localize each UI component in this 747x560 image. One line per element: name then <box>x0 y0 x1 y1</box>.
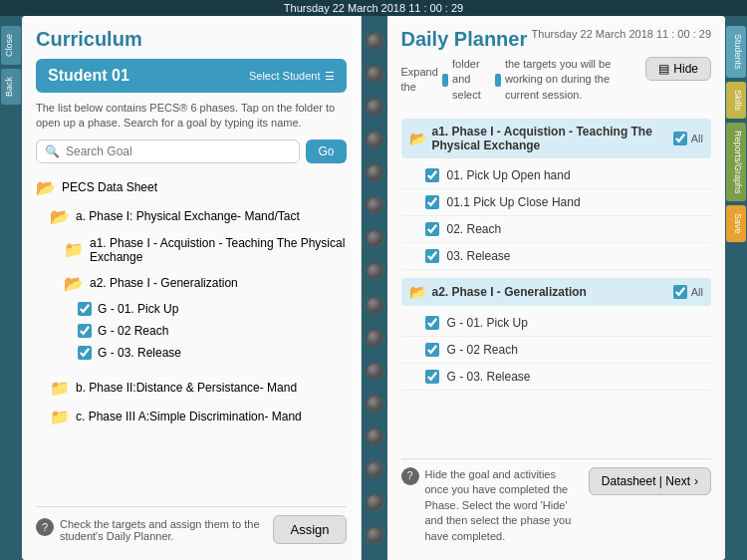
goal-g02: G - 02 Reach <box>36 320 347 342</box>
skills-tab[interactable]: Skills <box>726 82 746 119</box>
goal-g02-checkbox[interactable] <box>78 324 92 338</box>
goal-a1-01-checkbox[interactable] <box>425 168 439 182</box>
phase-a-label: a. Phase I: Physical Exchange- Mand/Tact <box>76 209 300 223</box>
phase-a2-folder[interactable]: 📂 a2. Phase I - Generalization <box>36 269 347 298</box>
target-checkbox-icon <box>495 74 501 87</box>
goal-g02-label: G - 02 Reach <box>98 324 168 338</box>
phase-a-folder[interactable]: 📂 a. Phase I: Physical Exchange- Mand/Ta… <box>36 202 347 231</box>
help-icon-right: ? <box>401 467 419 485</box>
assign-button[interactable]: Assign <box>273 515 346 544</box>
ring-5 <box>366 163 383 181</box>
folder-closed-icon-c: 📁 <box>50 408 70 426</box>
curriculum-title: Curriculum <box>36 28 347 51</box>
goal-a2-g01: G - 01. Pick Up <box>401 310 712 337</box>
menu-icon: ☰ <box>325 70 335 83</box>
folder-closed-icon-b: 📁 <box>50 379 70 398</box>
planner-phase-label-a2: a2. Phase I - Generalization <box>432 285 667 299</box>
goal-a2-g02: G - 02 Reach <box>401 337 712 364</box>
planner-list: 📂 a1. Phase I - Acquistion - Teaching Th… <box>401 119 712 458</box>
goal-a1-01: 01. Pick Up Open hand <box>401 162 712 189</box>
ring-13 <box>366 427 383 445</box>
goal-a1-02-checkbox[interactable] <box>425 222 439 236</box>
expand-text-1: Expand the <box>401 65 438 96</box>
ring-8 <box>366 262 383 280</box>
book-spine <box>362 16 387 560</box>
hide-label: Hide <box>673 62 698 76</box>
folder-open-icon: 📂 <box>36 178 56 197</box>
goal-g03-checkbox[interactable] <box>78 346 92 360</box>
goal-a2-g02-checkbox[interactable] <box>425 343 439 357</box>
daily-planner-title: Daily Planner <box>401 28 528 51</box>
all-checkbox-a2[interactable] <box>673 285 687 299</box>
search-icon: 🔍 <box>45 144 60 158</box>
daily-planner-page: Daily Planner Thursday 22 March 2018 11 … <box>387 16 726 560</box>
right-sidebar: Students Skills Reports/Graphs Save <box>725 16 747 560</box>
curriculum-page: Curriculum Student 01 Select Student ☰ T… <box>22 16 362 560</box>
root-folder[interactable]: 📂 PECS Data Sheet <box>36 173 347 202</box>
goal-a1-011: 01.1 Pick Up Close Hand <box>401 189 712 216</box>
ring-14 <box>366 460 383 478</box>
phase-a1-folder[interactable]: 📁 a1. Phase I - Acquistion - Teaching Th… <box>36 231 347 269</box>
phase-a2-label: a2. Phase I - Generalization <box>90 276 238 290</box>
ring-16 <box>366 526 383 544</box>
planner-phase-header-a1: 📂 a1. Phase I - Acquistion - Teaching Th… <box>401 119 712 158</box>
select-student-button[interactable]: Select Student ☰ <box>249 70 335 83</box>
goal-a2-g03-label: G - 03. Release <box>447 370 531 384</box>
goal-a1-011-checkbox[interactable] <box>425 195 439 209</box>
goal-g01-label: G - 01. Pick Up <box>98 302 178 316</box>
bottom-help-text-right: Hide the goal and activities once you ha… <box>425 467 581 544</box>
folder-checkbox-icon <box>442 74 448 87</box>
bottom-bar-left: ? Check the targets and assign them to t… <box>36 506 347 548</box>
datasheet-button[interactable]: Datasheet | Next › <box>589 467 711 495</box>
folder-open-icon-a: 📂 <box>50 207 70 226</box>
phase-b-folder[interactable]: 📁 b. Phase II:Distance & Persistance- Ma… <box>36 374 347 403</box>
hide-button[interactable]: ▤ Hide <box>645 57 711 81</box>
expand-text-3: the targets you will be working on durin… <box>505 57 645 103</box>
all-checkbox-a1[interactable] <box>673 132 687 145</box>
planner-section-a2: 📂 a2. Phase I - Generalization All G - 0… <box>401 278 712 391</box>
goal-a2-g02-label: G - 02 Reach <box>447 343 518 357</box>
ring-1 <box>366 32 383 50</box>
save-tab[interactable]: Save <box>726 205 746 242</box>
goal-g01-checkbox[interactable] <box>78 302 92 316</box>
ring-12 <box>366 395 383 413</box>
all-text-a2: All <box>691 286 703 298</box>
ring-6 <box>366 196 383 214</box>
phase-c-label: c. Phase III A:Simple Discrimination- Ma… <box>76 410 302 423</box>
folder-open-icon-planner-a1: 📂 <box>409 131 426 146</box>
folder-open-icon-planner-a2: 📂 <box>409 284 426 300</box>
ring-11 <box>366 362 383 380</box>
goal-a1-02: 02. Reach <box>401 216 712 243</box>
goal-a1-011-label: 01.1 Pick Up Close Hand <box>447 195 581 209</box>
students-tab[interactable]: Students <box>726 26 746 78</box>
ring-10 <box>366 329 383 347</box>
back-tab[interactable]: Back <box>1 69 21 105</box>
planner-section-a1: 📂 a1. Phase I - Acquistion - Teaching Th… <box>401 119 712 270</box>
goal-a2-g01-label: G - 01. Pick Up <box>447 316 528 330</box>
bottom-bar-right: ? Hide the goal and activities once you … <box>401 458 712 548</box>
date-time-right: Thursday 22 March 2018 11 : 00 : 29 <box>532 28 711 40</box>
goal-a1-03: 03. Release <box>401 243 712 270</box>
goal-a2-g01-checkbox[interactable] <box>425 316 439 330</box>
bottom-help-text-left: Check the targets and assign them to the… <box>60 518 265 542</box>
close-tab[interactable]: Close <box>1 26 21 65</box>
left-sidebar: Close Back <box>0 16 22 560</box>
phase-b-label: b. Phase II:Distance & Persistance- Mand <box>76 381 297 395</box>
all-label-a1: All <box>673 132 703 145</box>
hide-icon: ▤ <box>658 62 669 76</box>
planner-phase-header-a2: 📂 a2. Phase I - Generalization All <box>401 278 712 306</box>
phase-c-folder[interactable]: 📁 c. Phase III A:Simple Discrimination- … <box>36 403 347 431</box>
go-button[interactable]: Go <box>306 140 346 163</box>
reports-tab[interactable]: Reports/Graphs <box>726 123 746 202</box>
search-input[interactable] <box>66 144 291 158</box>
goal-a1-01-label: 01. Pick Up Open hand <box>447 168 571 182</box>
goal-g03-label: G - 03. Release <box>98 346 181 360</box>
datetime: Thursday 22 March 2018 11 : 00 : 29 <box>284 2 463 14</box>
expand-text-2: folder and select <box>452 57 491 103</box>
search-input-wrap[interactable]: 🔍 <box>36 140 300 163</box>
goal-a2-g03-checkbox[interactable] <box>425 370 439 384</box>
goal-a1-03-checkbox[interactable] <box>425 249 439 263</box>
expand-instruction: Expand the folder and select the targets… <box>401 57 646 103</box>
student-name: Student 01 <box>48 67 129 85</box>
book: Curriculum Student 01 Select Student ☰ T… <box>22 16 725 560</box>
